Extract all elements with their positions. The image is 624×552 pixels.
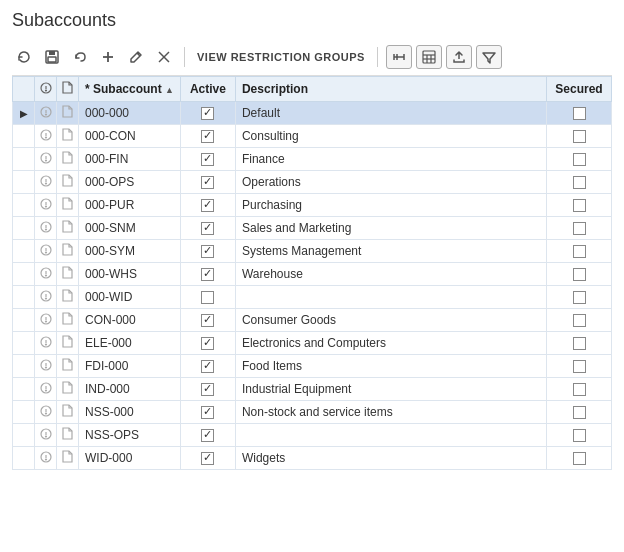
export-button[interactable] bbox=[446, 45, 472, 69]
row-doc-cell bbox=[57, 217, 79, 240]
doc-icon bbox=[62, 312, 73, 325]
active-checkbox bbox=[201, 291, 214, 304]
table-row[interactable]: WID-000Widgets bbox=[13, 447, 612, 470]
row-arrow-cell bbox=[13, 401, 35, 424]
col-doc-icon bbox=[57, 77, 79, 102]
row-doc-cell bbox=[57, 125, 79, 148]
subaccounts-table: * Subaccount ▲ Active Description Secure… bbox=[12, 76, 612, 470]
row-subaccount: 000-FIN bbox=[79, 148, 181, 171]
page-container: Subaccounts bbox=[0, 0, 624, 470]
col-note-icon bbox=[35, 77, 57, 102]
row-active bbox=[180, 332, 235, 355]
note-icon bbox=[40, 152, 52, 164]
row-secured bbox=[547, 148, 612, 171]
row-description: Electronics and Computers bbox=[235, 332, 546, 355]
row-doc-cell bbox=[57, 240, 79, 263]
secured-checkbox bbox=[573, 360, 586, 373]
svg-point-29 bbox=[45, 160, 46, 161]
table-row[interactable]: 000-SNMSales and Marketing bbox=[13, 217, 612, 240]
table-row[interactable]: IND-000Industrial Equipment bbox=[13, 378, 612, 401]
secured-checkbox bbox=[573, 452, 586, 465]
table-row[interactable]: ▶000-000Default bbox=[13, 102, 612, 125]
row-active bbox=[180, 424, 235, 447]
secured-checkbox bbox=[573, 245, 586, 258]
svg-point-35 bbox=[45, 206, 46, 207]
secured-checkbox bbox=[573, 337, 586, 350]
row-subaccount: NSS-OPS bbox=[79, 424, 181, 447]
row-subaccount: 000-000 bbox=[79, 102, 181, 125]
row-note-cell bbox=[35, 355, 57, 378]
delete-button[interactable] bbox=[152, 45, 176, 69]
table-row[interactable]: FDI-000Food Items bbox=[13, 355, 612, 378]
note-icon bbox=[40, 290, 52, 302]
row-subaccount: CON-000 bbox=[79, 309, 181, 332]
row-active bbox=[180, 194, 235, 217]
secured-checkbox bbox=[573, 222, 586, 235]
note-icon bbox=[40, 359, 52, 371]
row-arrow-cell bbox=[13, 263, 35, 286]
row-arrow-cell bbox=[13, 424, 35, 447]
svg-point-32 bbox=[45, 183, 46, 184]
row-secured bbox=[547, 424, 612, 447]
undo-button[interactable] bbox=[68, 45, 92, 69]
row-subaccount: 000-SYM bbox=[79, 240, 181, 263]
table-row[interactable]: 000-SYMSystems Management bbox=[13, 240, 612, 263]
table-row[interactable]: 000-WID bbox=[13, 286, 612, 309]
active-checkbox bbox=[201, 452, 214, 465]
secured-checkbox bbox=[573, 153, 586, 166]
row-doc-cell bbox=[57, 148, 79, 171]
secured-checkbox bbox=[573, 199, 586, 212]
sort-icon: ▲ bbox=[165, 85, 174, 95]
toolbar-separator-1 bbox=[184, 47, 185, 67]
note-icon bbox=[40, 106, 52, 118]
grid-button[interactable] bbox=[416, 45, 442, 69]
table-row[interactable]: 000-CONConsulting bbox=[13, 125, 612, 148]
col-description: Description bbox=[235, 77, 546, 102]
active-checkbox bbox=[201, 337, 214, 350]
table-row[interactable]: NSS-000Non-stock and service items bbox=[13, 401, 612, 424]
table-row[interactable]: ELE-000Electronics and Computers bbox=[13, 332, 612, 355]
note-icon bbox=[40, 244, 52, 256]
row-note-cell bbox=[35, 286, 57, 309]
row-arrow-cell bbox=[13, 240, 35, 263]
row-arrow-cell: ▶ bbox=[13, 102, 35, 125]
doc-icon bbox=[62, 289, 73, 302]
doc-icon bbox=[62, 335, 73, 348]
row-description bbox=[235, 424, 546, 447]
row-doc-cell bbox=[57, 263, 79, 286]
row-doc-cell bbox=[57, 194, 79, 217]
svg-point-41 bbox=[45, 252, 46, 253]
row-note-cell bbox=[35, 125, 57, 148]
row-secured bbox=[547, 378, 612, 401]
table-row[interactable]: 000-FINFinance bbox=[13, 148, 612, 171]
svg-point-26 bbox=[45, 137, 46, 138]
col-subaccount[interactable]: * Subaccount ▲ bbox=[79, 77, 181, 102]
column-freeze-button[interactable] bbox=[386, 45, 412, 69]
active-checkbox bbox=[201, 130, 214, 143]
toolbar: VIEW RESTRICTION GROUPS bbox=[12, 39, 612, 76]
active-checkbox bbox=[201, 406, 214, 419]
row-arrow-cell bbox=[13, 286, 35, 309]
note-icon bbox=[40, 382, 52, 394]
row-arrow-cell bbox=[13, 309, 35, 332]
table-row[interactable]: NSS-OPS bbox=[13, 424, 612, 447]
row-secured bbox=[547, 125, 612, 148]
save-button[interactable] bbox=[40, 45, 64, 69]
filter-button[interactable] bbox=[476, 45, 502, 69]
table-row[interactable]: 000-PURPurchasing bbox=[13, 194, 612, 217]
table-row[interactable]: CON-000Consumer Goods bbox=[13, 309, 612, 332]
row-arrow-cell bbox=[13, 447, 35, 470]
edit-button[interactable] bbox=[124, 45, 148, 69]
refresh-button[interactable] bbox=[12, 45, 36, 69]
row-arrow-cell bbox=[13, 171, 35, 194]
row-description: Purchasing bbox=[235, 194, 546, 217]
secured-checkbox bbox=[573, 383, 586, 396]
row-doc-cell bbox=[57, 171, 79, 194]
note-icon bbox=[40, 336, 52, 348]
note-icon bbox=[40, 267, 52, 279]
row-description: Non-stock and service items bbox=[235, 401, 546, 424]
svg-point-38 bbox=[45, 229, 46, 230]
table-row[interactable]: 000-WHSWarehouse bbox=[13, 263, 612, 286]
table-row[interactable]: 000-OPSOperations bbox=[13, 171, 612, 194]
add-button[interactable] bbox=[96, 45, 120, 69]
